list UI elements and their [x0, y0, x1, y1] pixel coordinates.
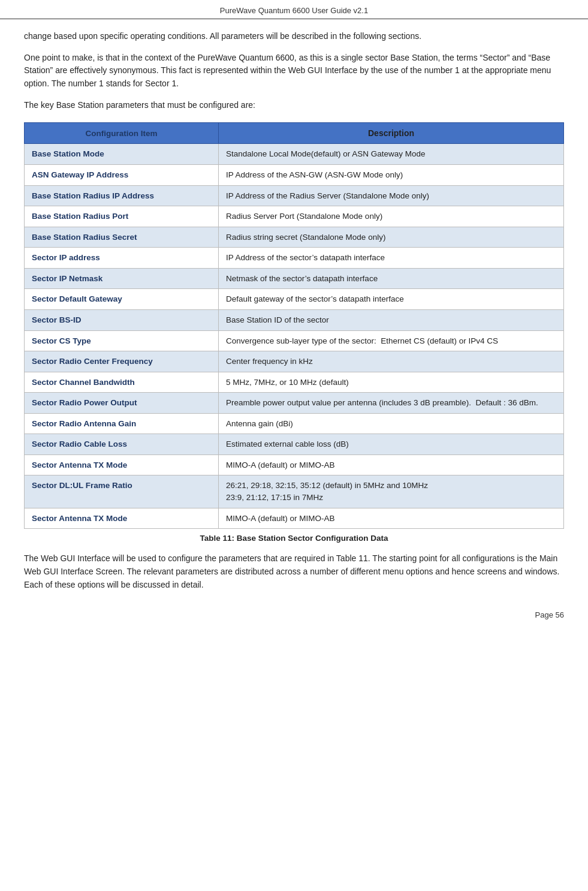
table-cell-config-item: ASN Gateway IP Address — [25, 165, 219, 186]
table-cell-description: Base Station ID of the sector — [219, 309, 564, 330]
table-cell-config-item: Base Station Radius Port — [25, 206, 219, 227]
table-header-config-item: Configuration Item — [25, 123, 219, 144]
table-cell-config-item: Sector Radio Cable Loss — [25, 434, 219, 455]
table-caption: Table 11: Base Station Sector Configurat… — [24, 534, 564, 543]
table-header-description: Description — [219, 123, 564, 144]
paragraph-2: One point to make, is that in the contex… — [24, 52, 564, 91]
table-cell-description: Preamble power output value per antenna … — [219, 393, 564, 414]
table-cell-config-item: Sector IP address — [25, 248, 219, 269]
page-title: PureWave Quantum 6600 User Guide v2.1 — [220, 6, 368, 15]
table-row: Sector CS TypeConvergence sub-layer type… — [25, 330, 564, 351]
table-cell-config-item: Base Station Mode — [25, 144, 219, 165]
table-row: Sector Antenna TX ModeMIMO-A (default) o… — [25, 454, 564, 475]
paragraph-after: The Web GUI Interface will be used to co… — [24, 552, 564, 591]
table-cell-description: Convergence sub-layer type of the sector… — [219, 330, 564, 351]
table-cell-description: Antenna gain (dBi) — [219, 413, 564, 434]
table-cell-description: Radius Server Port (Standalone Mode only… — [219, 206, 564, 227]
table-cell-config-item: Base Station Radius Secret — [25, 227, 219, 248]
table-row: Sector Antenna TX ModeMIMO-A (default) o… — [25, 508, 564, 529]
table-cell-config-item: Sector DL:UL Frame Ratio — [25, 475, 219, 508]
main-content: change based upon specific operating con… — [0, 30, 588, 591]
paragraph-3: The key Base Station parameters that mus… — [24, 99, 564, 112]
page-footer: Page 56 — [0, 600, 588, 625]
table-cell-description: Netmask of the sector’s datapath interfa… — [219, 268, 564, 289]
table-cell-description: Default gateway of the sector’s datapath… — [219, 289, 564, 310]
table-row: Sector IP addressIP Address of the secto… — [25, 248, 564, 269]
table-cell-config-item: Sector CS Type — [25, 330, 219, 351]
table-cell-config-item: Sector Radio Power Output — [25, 393, 219, 414]
table-cell-description: IP Address of the Radius Server (Standal… — [219, 185, 564, 206]
table-cell-description: IP Address of the ASN-GW (ASN-GW Mode on… — [219, 165, 564, 186]
table-cell-description: Standalone Local Mode(default) or ASN Ga… — [219, 144, 564, 165]
page-header: PureWave Quantum 6600 User Guide v2.1 — [0, 0, 588, 19]
table-cell-config-item: Base Station Radius IP Address — [25, 185, 219, 206]
table-row: ASN Gateway IP AddressIP Address of the … — [25, 165, 564, 186]
table-cell-description: Radius string secret (Standalone Mode on… — [219, 227, 564, 248]
table-cell-config-item: Sector Channel Bandwidth — [25, 372, 219, 393]
page-number: Page 56 — [535, 610, 564, 619]
table-row: Base Station ModeStandalone Local Mode(d… — [25, 144, 564, 165]
table-cell-config-item: Sector Default Gateway — [25, 289, 219, 310]
table-row: Sector Radio Center FrequencyCenter freq… — [25, 351, 564, 372]
table-cell-config-item: Sector Antenna TX Mode — [25, 508, 219, 529]
table-cell-description: Center frequency in kHz — [219, 351, 564, 372]
config-table: Configuration Item Description Base Stat… — [24, 122, 564, 529]
table-cell-description: Estimated external cable loss (dB) — [219, 434, 564, 455]
table-row: Sector Default GatewayDefault gateway of… — [25, 289, 564, 310]
table-row: Sector Radio Antenna GainAntenna gain (d… — [25, 413, 564, 434]
table-cell-description: IP Address of the sector’s datapath inte… — [219, 248, 564, 269]
table-row: Sector IP NetmaskNetmask of the sector’s… — [25, 268, 564, 289]
table-cell-config-item: Sector Antenna TX Mode — [25, 454, 219, 475]
table-cell-config-item: Sector Radio Center Frequency — [25, 351, 219, 372]
table-row: Sector Radio Power OutputPreamble power … — [25, 393, 564, 414]
table-cell-config-item: Sector Radio Antenna Gain — [25, 413, 219, 434]
paragraph-1: change based upon specific operating con… — [24, 30, 564, 43]
table-cell-config-item: Sector IP Netmask — [25, 268, 219, 289]
table-cell-description: 26:21, 29:18, 32:15, 35:12 (default) in … — [219, 475, 564, 508]
table-cell-description: MIMO-A (default) or MIMO-AB — [219, 454, 564, 475]
table-cell-config-item: Sector BS-ID — [25, 309, 219, 330]
table-row: Sector BS-IDBase Station ID of the secto… — [25, 309, 564, 330]
table-cell-description: 5 MHz, 7MHz, or 10 MHz (default) — [219, 372, 564, 393]
table-cell-description: MIMO-A (default) or MIMO-AB — [219, 508, 564, 529]
table-row: Base Station Radius PortRadius Server Po… — [25, 206, 564, 227]
table-row: Sector DL:UL Frame Ratio26:21, 29:18, 32… — [25, 475, 564, 508]
table-row: Sector Radio Cable LossEstimated externa… — [25, 434, 564, 455]
table-row: Sector Channel Bandwidth5 MHz, 7MHz, or … — [25, 372, 564, 393]
table-row: Base Station Radius IP AddressIP Address… — [25, 185, 564, 206]
table-row: Base Station Radius SecretRadius string … — [25, 227, 564, 248]
